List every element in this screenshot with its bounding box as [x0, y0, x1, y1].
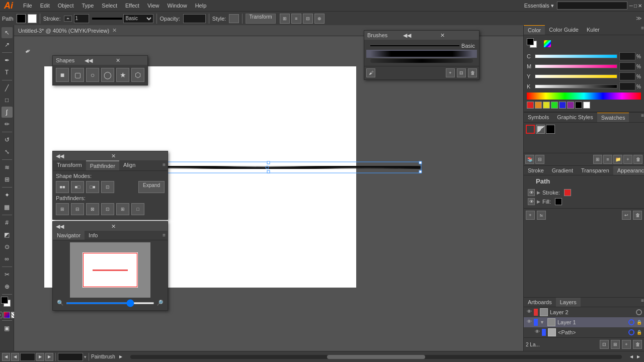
minus-back-btn[interactable]: □	[131, 203, 144, 215]
transform-btn[interactable]: Transform	[246, 14, 275, 24]
color-mode-none[interactable]: ⊘	[0, 312, 3, 318]
make-clipping-mask-btn[interactable]: ⊡	[600, 340, 609, 349]
tab-pathfinder[interactable]: Pathfinder	[86, 160, 119, 170]
fill-visibility-btn[interactable]: 👁	[528, 198, 535, 205]
layer2-target[interactable]	[636, 309, 642, 315]
c-value[interactable]	[619, 52, 635, 60]
search-input[interactable]	[557, 2, 627, 10]
direct-selection-tool[interactable]: ↗	[2, 39, 13, 50]
swatch-green[interactable]	[551, 102, 558, 109]
k-value[interactable]	[619, 82, 635, 90]
swatch-black[interactable]	[575, 102, 582, 109]
tab-artboards[interactable]: Artboards	[524, 298, 556, 307]
stroke-up-btn[interactable]	[64, 16, 72, 22]
swatch-orange[interactable]	[535, 102, 542, 109]
zoom-in-icon[interactable]: 🔎	[156, 300, 164, 306]
stroke-type-select[interactable]: Basic	[123, 14, 153, 23]
pathfinder-collapse-btn[interactable]: ◀◀	[56, 153, 109, 159]
menu-window[interactable]: Window	[164, 2, 191, 10]
y-value[interactable]	[619, 72, 635, 80]
sw-add-btn[interactable]: +	[623, 155, 632, 164]
brush-item-3[interactable]	[366, 58, 477, 64]
toolbar-options-icon[interactable]: ≫	[636, 15, 642, 22]
stroke-weight-input[interactable]	[74, 14, 89, 23]
fill-color-swatch[interactable]	[555, 198, 562, 205]
shape-polygon-btn[interactable]: ⬡	[131, 68, 144, 82]
sw-list-btn[interactable]: ≡	[603, 155, 612, 164]
status-arrow-right2[interactable]: ▶	[635, 353, 642, 360]
tab-color[interactable]: Color	[524, 25, 545, 35]
trim-btn[interactable]: ⊟	[71, 203, 84, 215]
layer2-visibility[interactable]: 👁	[526, 309, 533, 316]
swatch-yellow[interactable]	[543, 102, 550, 109]
color-spectrum[interactable]	[527, 93, 641, 100]
mesh-tool[interactable]: #	[2, 217, 13, 228]
tab-swatches[interactable]: Swatches	[597, 113, 629, 122]
lower-panel-options[interactable]: ≡	[641, 113, 644, 122]
tab-layers[interactable]: Layers	[556, 298, 581, 307]
brushes-panel-title[interactable]: Brushes ◀◀ ✕	[364, 31, 479, 40]
selection-tool[interactable]: ↖	[2, 27, 13, 38]
exclude-btn[interactable]: ⊡	[101, 181, 114, 193]
path-target[interactable]	[628, 329, 634, 335]
swatch-red[interactable]	[527, 102, 534, 109]
tab-graphic-styles[interactable]: Graphic Styles	[553, 113, 597, 122]
color-wheel-mini[interactable]	[544, 40, 551, 47]
layer1-lock[interactable]: 🔒	[636, 320, 642, 325]
zoom-dropdown-btn[interactable]: ▾	[84, 354, 87, 359]
tab-align[interactable]: Align	[119, 160, 139, 170]
free-transform-tool[interactable]: ⊞	[2, 174, 13, 185]
sw-delete-btn[interactable]: 🗑	[633, 155, 642, 164]
nav-next-art-btn[interactable]: ▶	[45, 353, 53, 361]
menu-object[interactable]: Object	[54, 2, 78, 10]
layer-path-row[interactable]: 👁 <Path> 🔒	[524, 327, 644, 337]
menu-view[interactable]: View	[143, 2, 164, 10]
expand-btn[interactable]: Expand	[138, 181, 165, 193]
zoom-input[interactable]: 400%	[58, 353, 83, 361]
layer1-target[interactable]	[628, 319, 634, 325]
artboard-num-input[interactable]: 1	[20, 353, 35, 361]
artboard-tool[interactable]: ▣	[2, 323, 13, 334]
style-swatch[interactable]	[229, 14, 239, 23]
navigator-close-btn[interactable]: ✕	[111, 223, 165, 230]
line-tool[interactable]: ╱	[2, 82, 13, 94]
shape-ellipse-btn[interactable]: ○	[86, 68, 99, 82]
clear-appearance-btn[interactable]: 🗑	[633, 211, 642, 220]
color-panel-options[interactable]: ≡	[641, 25, 644, 35]
blend-tool[interactable]: ∞	[2, 253, 13, 264]
tab-symbols[interactable]: Symbols	[524, 113, 553, 122]
warp-tool[interactable]: ≋	[2, 162, 13, 173]
sw-folder-btn[interactable]: 📁	[613, 155, 622, 164]
foreground-color-swatch[interactable]	[1, 297, 8, 304]
minus-front-btn[interactable]: ■□	[71, 181, 84, 193]
pathfinder-panel-title[interactable]: ◀◀ ✕	[53, 151, 168, 160]
brushes-close-btn[interactable]: ✕	[440, 32, 476, 39]
symbol-sprayer-tool[interactable]: ✦	[2, 190, 13, 201]
sw-grid-btn[interactable]: ⊞	[593, 155, 602, 164]
unite-btn[interactable]: ■■	[56, 181, 69, 193]
brushes-collapse-btn[interactable]: ◀◀	[403, 32, 439, 39]
pencil-tool[interactable]: ✏	[2, 119, 13, 130]
gradient-tool[interactable]: ◩	[2, 229, 13, 240]
menu-file[interactable]: File	[19, 2, 36, 10]
shape-star-btn[interactable]: ★	[116, 68, 129, 82]
tab-gradient[interactable]: Gradient	[548, 166, 577, 175]
color-mode-color[interactable]	[4, 312, 10, 318]
brush-options-btn[interactable]: ⊟	[457, 68, 466, 77]
fg-swatch[interactable]	[527, 38, 534, 45]
shapes-panel-title[interactable]: Shapes ◀◀ ✕	[53, 56, 147, 65]
brush-item-basic[interactable]: Basic	[366, 42, 477, 50]
path-lock[interactable]: 🔒	[636, 330, 642, 335]
tab-kuler[interactable]: Kuler	[583, 25, 604, 35]
scale-tool[interactable]: ⤡	[2, 146, 13, 157]
type-tool[interactable]: T	[2, 67, 13, 78]
layer-row-2[interactable]: 👁 Layer 2	[524, 307, 644, 317]
layer1-visibility[interactable]: 👁	[526, 319, 533, 326]
rotate-tool[interactable]: ↺	[2, 134, 13, 145]
document-close[interactable]: ✕	[112, 27, 117, 34]
opacity-input[interactable]: 100%	[183, 14, 206, 23]
menu-select[interactable]: Select	[98, 2, 121, 10]
tab-stroke[interactable]: Stroke	[524, 166, 548, 175]
tab-color-guide[interactable]: Color Guide	[545, 25, 583, 35]
pathfinder-options-icon[interactable]: ≡	[160, 160, 168, 170]
